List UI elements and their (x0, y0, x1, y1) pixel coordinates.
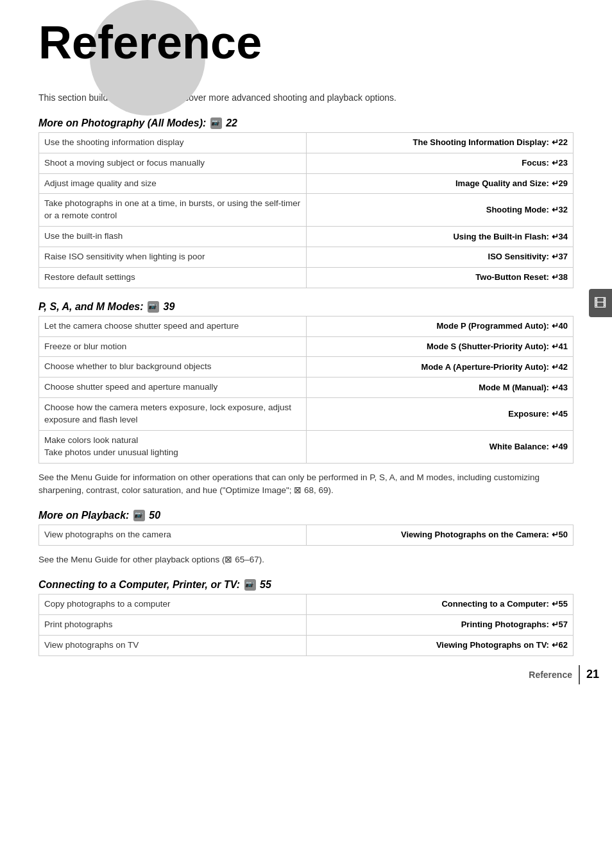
section-intertext-psam-modes: See the Menu Guide for information on ot… (38, 471, 574, 498)
table-row: View photographs on TVViewing Photograph… (39, 635, 574, 655)
table-cell-left: View photographs on the camera (39, 525, 307, 546)
table-cell-left: Take photographs in one at a time, in bu… (39, 194, 307, 227)
section-heading-connecting: Connecting to a Computer, Printer, or TV… (38, 579, 574, 591)
table-row: Print photographsPrinting Photographs: ↵… (39, 614, 574, 635)
table-cell-left: Adjust image quality and size (39, 173, 307, 194)
table-cell-right: The Shooting Information Display: ↵22 (306, 132, 574, 153)
book-icon (244, 579, 256, 591)
table-cell-left: Copy photographs to a computer (39, 594, 307, 614)
section-heading-psam-modes: P, S, A, and M Modes: 39 (38, 301, 574, 313)
book-icon (210, 117, 222, 129)
table-cell-left: Use the shooting information display (39, 132, 307, 153)
table-cell-right: Two-Button Reset: ↵38 (306, 268, 574, 288)
table-cell-right: Focus: ↵23 (306, 153, 574, 173)
camera-icon: 🎞 (594, 296, 607, 311)
table-cell-left: Use the built-in flash (39, 227, 307, 247)
table-cell-right: Image Quality and Size: ↵29 (306, 173, 574, 194)
table-cell-right: Printing Photographs: ↵57 (306, 614, 574, 635)
camera-tab: 🎞 (589, 289, 612, 317)
table-cell-left: Raise ISO sensitivity when lighting is p… (39, 247, 307, 268)
section-heading-photography-all-modes: More on Photography (All Modes): 22 (38, 117, 574, 130)
book-icon (133, 510, 145, 521)
table-row: Restore default settingsTwo-Button Reset… (39, 268, 574, 288)
book-icon (148, 301, 159, 313)
table-row: Choose how the camera meters exposure, l… (39, 398, 574, 431)
table-row: Let the camera choose shutter speed and … (39, 316, 574, 336)
section-page-num: 22 (223, 117, 237, 128)
footer-divider (579, 665, 580, 684)
table-cell-right: Mode A (Aperture-Priority Auto): ↵42 (306, 357, 574, 378)
section-intertext-more-on-playback: See the Menu Guide for other playback op… (38, 553, 574, 566)
table-row: Shoot a moving subject or focus manually… (39, 153, 574, 173)
table-cell-right: Exposure: ↵45 (306, 398, 574, 431)
table-row: Copy photographs to a computerConnecting… (39, 594, 574, 614)
table-cell-right: Connecting to a Computer: ↵55 (306, 594, 574, 614)
table-row: Choose shutter speed and aperture manual… (39, 378, 574, 398)
table-row: Use the shooting information displayThe … (39, 132, 574, 153)
table-cell-left: Choose how the camera meters exposure, l… (39, 398, 307, 431)
section-page-num: 55 (257, 579, 271, 590)
table-cell-left: Shoot a moving subject or focus manually (39, 153, 307, 173)
table-row: Choose whether to blur background object… (39, 357, 574, 378)
page: Reference This section builds on the Tut… (0, 0, 612, 697)
table-row: Take photographs in one at a time, in bu… (39, 194, 574, 227)
reference-table-more-on-playback: View photographs on the cameraViewing Ph… (38, 525, 574, 546)
table-cell-right: Mode P (Programmed Auto): ↵40 (306, 316, 574, 336)
table-cell-left: Freeze or blur motion (39, 336, 307, 357)
table-cell-right: Viewing Photographs on the Camera: ↵50 (306, 525, 574, 546)
footer-page-number: 21 (586, 668, 599, 681)
table-cell-left: Choose shutter speed and aperture manual… (39, 378, 307, 398)
table-cell-left: Restore default settings (39, 268, 307, 288)
table-cell-right: Shooting Mode: ↵32 (306, 194, 574, 227)
table-cell-right: Mode S (Shutter-Priority Auto): ↵41 (306, 336, 574, 357)
reference-table-connecting: Copy photographs to a computerConnecting… (38, 594, 574, 656)
table-cell-left: Make colors look naturalTake photos unde… (39, 431, 307, 464)
reference-table-psam-modes: Let the camera choose shutter speed and … (38, 316, 574, 464)
reference-table-photography-all-modes: Use the shooting information displayThe … (38, 132, 574, 288)
table-cell-left: Let the camera choose shutter speed and … (39, 316, 307, 336)
table-row: View photographs on the cameraViewing Ph… (39, 525, 574, 546)
table-cell-right: Using the Built-in Flash: ↵34 (306, 227, 574, 247)
section-page-num: 50 (146, 510, 160, 521)
table-cell-left: Choose whether to blur background object… (39, 357, 307, 378)
table-cell-left: View photographs on TV (39, 635, 307, 655)
table-row: Raise ISO sensitivity when lighting is p… (39, 247, 574, 268)
table-row: Make colors look naturalTake photos unde… (39, 431, 574, 464)
table-cell-right: White Balance: ↵49 (306, 431, 574, 464)
table-row: Freeze or blur motionMode S (Shutter-Pri… (39, 336, 574, 357)
section-heading-more-on-playback: More on Playback: 50 (38, 510, 574, 522)
table-row: Use the built-in flashUsing the Built-in… (39, 227, 574, 247)
title-section: Reference (38, 19, 574, 65)
footer: Reference 21 (0, 665, 612, 684)
table-cell-left: Print photographs (39, 614, 307, 635)
section-page-num: 39 (160, 301, 174, 312)
sections-container: More on Photography (All Modes): 22Use t… (38, 117, 574, 656)
page-title: Reference (38, 19, 574, 65)
table-cell-right: Viewing Photographs on TV: ↵62 (306, 635, 574, 655)
table-cell-right: Mode M (Manual): ↵43 (306, 378, 574, 398)
footer-label: Reference (529, 670, 572, 680)
table-cell-right: ISO Sensitivity: ↵37 (306, 247, 574, 268)
table-row: Adjust image quality and sizeImage Quali… (39, 173, 574, 194)
